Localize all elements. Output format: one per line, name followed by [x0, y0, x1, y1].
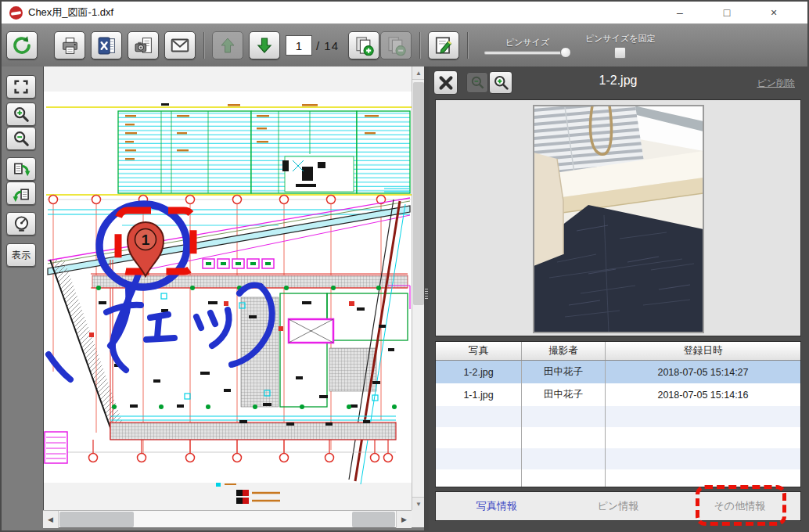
vertical-scroll-thumb[interactable]: [413, 82, 424, 305]
tab-other-info[interactable]: その他情報: [679, 499, 800, 513]
zoom-in-button[interactable]: [6, 102, 36, 126]
cell-registered: 2018-07-05 15:14:16: [606, 383, 800, 406]
add-page-icon: [354, 35, 375, 56]
table-row[interactable]: 1-1.jpg 田中花子 2018-07-05 15:14:16: [436, 383, 800, 406]
table-row-empty[interactable]: [436, 406, 800, 427]
cell-photographer: 田中花子: [522, 383, 606, 406]
toolbar-separator: [203, 32, 205, 59]
fit-view-button[interactable]: [6, 75, 36, 99]
next-pin-icon: [255, 36, 274, 55]
zoom-in-icon: [13, 106, 30, 123]
prev-pin-button[interactable]: [212, 31, 243, 59]
tab-photo-info[interactable]: 写真情報: [436, 499, 557, 513]
photo-title: 1-2.jpg: [429, 74, 807, 88]
column-header-photographer[interactable]: 撮影者: [522, 342, 606, 360]
mail-button[interactable]: [164, 31, 196, 59]
display-button-label: 表示: [12, 249, 31, 262]
scroll-up-icon[interactable]: ▲: [412, 66, 425, 80]
toolbar-separator: [467, 32, 469, 59]
rotate-left-button[interactable]: [6, 182, 36, 205]
fit-view-icon: [13, 78, 30, 95]
page-total-label: / 14: [316, 39, 339, 52]
window-title: Chex用_図面-1.dxf: [28, 5, 113, 20]
remove-page-icon: [386, 35, 407, 56]
cell-photographer: 田中花子: [522, 361, 606, 383]
pin-size-fix-label: ピンサイズを固定: [585, 33, 656, 45]
drawing-horizontal-scrollbar[interactable]: ◀ ▶: [43, 510, 412, 527]
app-window: Chex用_図面-1.dxf – □ ×: [0, 0, 809, 532]
refresh-icon: [12, 35, 32, 56]
photo-panel: 1-2.jpg ピン削除: [429, 66, 807, 530]
edit-memo-button[interactable]: [428, 31, 459, 59]
drawing-vertical-scrollbar[interactable]: ▲ ▼: [412, 66, 424, 510]
display-button[interactable]: 表示: [6, 243, 36, 267]
rotate-left-icon: [13, 185, 31, 203]
column-header-photo[interactable]: 写真: [436, 342, 522, 360]
next-pin-button[interactable]: [249, 31, 280, 59]
minimize-button[interactable]: –: [668, 6, 692, 19]
maximize-button[interactable]: □: [715, 6, 739, 19]
refresh-button[interactable]: [6, 31, 38, 59]
pin-size-label: ピンサイズ: [505, 37, 549, 49]
table-row-empty[interactable]: [436, 469, 800, 487]
excel-export-icon: [97, 36, 117, 56]
delete-pin-link[interactable]: ピン削除: [757, 77, 795, 90]
app-logo-icon: [9, 6, 23, 20]
table-row-selected[interactable]: 1-2.jpg 田中花子 2018-07-05 15:14:27: [436, 361, 800, 383]
page-number-input[interactable]: [286, 35, 312, 56]
table-row-empty[interactable]: [436, 427, 800, 448]
horizontal-scroll-thumb[interactable]: [59, 512, 134, 527]
excel-export-button[interactable]: [91, 31, 122, 59]
table-row-empty[interactable]: [436, 448, 800, 469]
photo-panel-header: 1-2.jpg ピン削除: [429, 66, 807, 99]
gauge-button[interactable]: [6, 212, 36, 235]
dxf-drawing: 1: [44, 66, 412, 510]
table-header-row: 写真 撮影者 登録日時: [436, 342, 800, 361]
rotate-right-icon: [13, 160, 31, 178]
pin-number: 1: [142, 232, 150, 248]
photo-viewer-area: [435, 99, 801, 336]
scrollbar-corner: [412, 510, 424, 527]
drawing-canvas[interactable]: 1: [43, 66, 412, 510]
cell-photo: 1-2.jpg: [436, 361, 522, 383]
rotate-right-button[interactable]: [6, 157, 36, 181]
main-toolbar: / 14: [2, 24, 807, 66]
zoom-out-button[interactable]: [6, 127, 36, 150]
column-header-registered[interactable]: 登録日時: [606, 342, 800, 360]
pin-size-fix-checkbox[interactable]: [614, 47, 626, 59]
photo-report-icon: [134, 36, 153, 56]
tab-pin-info[interactable]: ピン情報: [557, 499, 678, 513]
cell-photo: 1-1.jpg: [436, 383, 522, 406]
pin-size-slider-thumb[interactable]: [560, 47, 571, 58]
prev-pin-icon: [218, 36, 237, 55]
toolbar-separator: [419, 32, 421, 59]
scroll-right-icon[interactable]: ▶: [396, 511, 412, 528]
scroll-down-icon[interactable]: ▼: [412, 497, 425, 510]
print-icon: [60, 36, 80, 56]
zoom-out-icon: [13, 130, 30, 147]
remove-page-button[interactable]: [380, 31, 412, 59]
close-button[interactable]: ×: [762, 6, 786, 19]
splitter-grip-icon: [425, 287, 428, 300]
info-tab-bar: 写真情報 ピン情報 その他情報: [435, 491, 801, 521]
gauge-icon: [13, 215, 31, 233]
pin-size-slider[interactable]: [484, 51, 570, 54]
print-button[interactable]: [54, 31, 85, 59]
photo-table: 写真 撮影者 登録日時 1-2.jpg 田中花子 2018-07-05 15:1…: [435, 341, 801, 487]
photo-report-button[interactable]: [128, 31, 159, 59]
edit-icon: [433, 35, 454, 56]
photo-image: [533, 105, 704, 333]
add-page-button[interactable]: [348, 31, 379, 59]
cell-registered: 2018-07-05 15:14:27: [606, 361, 800, 383]
horizontal-scroll-segment[interactable]: [352, 512, 395, 527]
mail-icon: [170, 35, 190, 56]
scroll-left-icon[interactable]: ◀: [43, 511, 59, 528]
title-bar: Chex用_図面-1.dxf – □ ×: [2, 2, 807, 24]
